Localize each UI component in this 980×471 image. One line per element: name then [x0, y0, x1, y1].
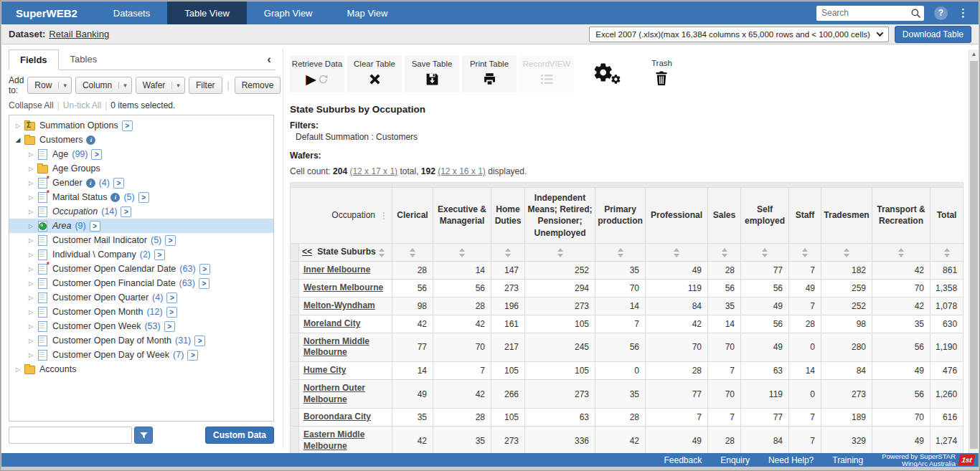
expand-arrow-icon[interactable]: ▷ [25, 180, 37, 186]
sidebar-collapse-icon[interactable]: ‹ [267, 52, 275, 70]
expand-arrow-icon[interactable]: ▷ [25, 252, 37, 258]
vertical-scrollbar[interactable]: ▲ [969, 49, 979, 453]
collapse-axis-link[interactable]: << [302, 247, 312, 257]
open-field-arrow-icon[interactable]: > [154, 249, 165, 260]
column-sort-cell[interactable] [433, 243, 491, 261]
download-table-button[interactable]: Download Table [895, 26, 971, 43]
field-search-input[interactable] [9, 427, 132, 444]
expand-arrow-icon[interactable]: ▷ [25, 323, 37, 330]
column-header-home-duties[interactable]: Home Duties [491, 188, 525, 244]
tree-item-customer-open-day-of-month[interactable]: ▷Customer Open Day of Month(31)> [9, 333, 273, 348]
open-field-arrow-icon[interactable]: > [90, 221, 100, 232]
nav-tab-graph-view[interactable]: Graph View [247, 1, 330, 24]
row-label-link[interactable]: Moreland City [303, 318, 360, 328]
tree-item-marital-status[interactable]: ▷*Marital Statusi(5)> [9, 190, 273, 204]
tree-item-customer-mail-indicator[interactable]: ▷Customer Mail Indicator(5)> [9, 233, 273, 247]
row-label-link[interactable]: Western Melbourne [303, 282, 383, 292]
column-sort-cell[interactable] [392, 243, 433, 261]
expand-arrow-icon[interactable]: ▷ [12, 366, 24, 373]
column-sort-cell[interactable] [708, 243, 741, 261]
tree-item-customers[interactable]: ◢Customersi [9, 133, 273, 147]
cell-count-displayed-link[interactable]: (12 x 16 x 1) [438, 166, 486, 176]
open-field-arrow-icon[interactable]: > [138, 192, 149, 203]
sort-icon[interactable] [459, 248, 465, 257]
nav-tab-map-view[interactable]: Map View [330, 1, 405, 24]
collapse-all-link[interactable]: Collapse All [9, 100, 54, 110]
open-field-arrow-icon[interactable]: > [91, 149, 102, 160]
column-sort-cell[interactable] [930, 243, 963, 261]
help-icon[interactable]: ? [934, 6, 948, 20]
export-format-select[interactable]: Excel 2007 (.xlsx)(max 16,384 columns x … [589, 27, 889, 42]
footer-link-need-help[interactable]: Need Help? [768, 455, 814, 465]
footer-link-feedback[interactable]: Feedback [664, 455, 702, 465]
clear-table-button[interactable]: Clear Table [347, 55, 402, 92]
scroll-up-icon[interactable]: ▲ [969, 51, 979, 57]
expand-arrow-icon[interactable]: ▷ [25, 309, 37, 315]
sort-icon[interactable] [844, 248, 849, 257]
column-header-primary-production[interactable]: Primary production [595, 188, 646, 244]
open-field-arrow-icon[interactable]: > [164, 321, 175, 332]
column-header-transport-recreation[interactable]: Transport & Recreation [872, 188, 930, 244]
row-axis-header[interactable]: << State Suburbs⋮ [299, 243, 392, 261]
footer-link-enquiry[interactable]: Enquiry [720, 455, 750, 465]
column-header-professional[interactable]: Professional [646, 188, 708, 244]
expand-arrow-icon[interactable]: ▷ [25, 223, 37, 229]
overflow-menu-icon[interactable]: ⋮ [958, 6, 969, 19]
tab-fields[interactable]: Fields [9, 49, 59, 70]
save-table-button[interactable]: Save Table [405, 55, 459, 92]
row-label-link[interactable]: Northern Middle Melbourne [303, 336, 369, 358]
scrollbar-thumb[interactable] [970, 61, 978, 449]
tree-item-summation-options[interactable]: ▷ΣSummation Options> [9, 118, 273, 133]
dataset-link[interactable]: Retail Banking [49, 29, 109, 39]
expand-arrow-icon[interactable]: ▷ [25, 295, 37, 301]
filter-button[interactable]: Filter [189, 77, 222, 94]
sort-icon[interactable] [410, 248, 415, 257]
info-icon[interactable]: i [86, 179, 95, 188]
open-field-arrow-icon[interactable]: > [187, 350, 198, 361]
open-field-arrow-icon[interactable]: > [199, 278, 209, 289]
untick-all-link[interactable]: Un-tick All [63, 100, 101, 110]
add-to-wafer-button[interactable]: Wafer▾ [136, 77, 185, 94]
info-icon[interactable]: i [110, 193, 120, 202]
sort-icon[interactable] [944, 248, 950, 257]
sort-icon[interactable] [379, 248, 385, 257]
footer-link-training[interactable]: Training [832, 455, 863, 465]
open-field-arrow-icon[interactable]: > [165, 235, 176, 246]
expand-arrow-icon[interactable]: ▷ [25, 209, 37, 215]
open-field-arrow-icon[interactable]: > [121, 206, 131, 217]
row-label-link[interactable]: Eastern Middle Melbourne [303, 429, 364, 451]
row-label-link[interactable]: Melton-Wyndham [303, 300, 375, 310]
tree-item-age[interactable]: ▷Age(99)> [9, 147, 273, 161]
column-header-total[interactable]: Total [930, 188, 963, 244]
column-sort-cell[interactable] [872, 243, 930, 261]
column-header-executive-managerial[interactable]: Executive & Managerial [433, 188, 491, 244]
cell-count-total-link[interactable]: (12 x 17 x 1) [349, 166, 397, 176]
filter-funnel-icon[interactable] [134, 427, 153, 444]
collapse-arrow-icon[interactable]: ◢ [12, 136, 24, 143]
row-label-link[interactable]: Hume City [303, 365, 346, 375]
sort-icon[interactable] [802, 248, 808, 257]
sort-icon[interactable] [722, 248, 727, 257]
expand-arrow-icon[interactable]: ▷ [25, 237, 37, 244]
tree-item-customer-open-day-of-week[interactable]: ▷Customer Open Day of Week(7)> [9, 348, 273, 362]
info-icon[interactable]: i [86, 135, 95, 145]
tree-item-customer-open-week[interactable]: ▷Customer Open Week(53)> [9, 319, 273, 333]
column-header-independent-means-retired-pensioner-unemployed[interactable]: Independent Means; Retired; Pensioner; U… [525, 188, 595, 244]
table-options-gear-icon[interactable] [593, 62, 621, 86]
remove-button[interactable]: Remove [235, 77, 281, 94]
row-label-link[interactable]: Northern Outer Melbourne [303, 383, 365, 404]
tree-item-occupation[interactable]: ▷Occupation(14)> [9, 204, 273, 219]
sort-icon[interactable] [618, 248, 623, 257]
search-icon[interactable] [910, 8, 921, 19]
open-field-arrow-icon[interactable]: > [166, 307, 177, 318]
sort-icon[interactable] [557, 248, 563, 257]
column-header-self-employed[interactable]: Self employed [741, 188, 789, 244]
tree-item-age-groups[interactable]: ▷Age Groups [9, 161, 273, 176]
open-field-arrow-icon[interactable]: > [194, 336, 205, 346]
expand-arrow-icon[interactable]: ▷ [25, 280, 37, 287]
expand-arrow-icon[interactable]: ▷ [25, 166, 37, 172]
search-input[interactable] [816, 6, 924, 21]
tree-item-customer-open-quarter[interactable]: ▷Customer Open Quarter(4)> [9, 290, 273, 305]
trash-button[interactable]: Trash [651, 59, 672, 89]
nav-tab-table-view[interactable]: Table View [167, 1, 247, 24]
